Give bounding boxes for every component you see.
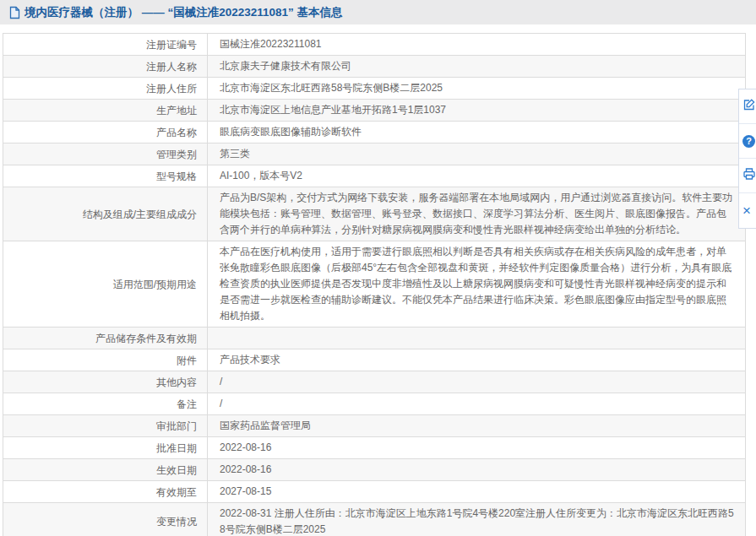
row-value: 产品为B/S架构，交付方式为网络下载安装，服务器端部署在本地局域网内，用户通过浏… [208, 187, 746, 241]
row-value [208, 328, 746, 349]
row-value: 产品技术要求 [208, 349, 746, 371]
row-value: AI-100，版本号V2 [208, 165, 746, 187]
row-value: / [208, 371, 746, 393]
row-value: 北京康夫子健康技术有限公司 [208, 56, 746, 78]
floating-toolbar: ? × [738, 89, 756, 229]
row-value: 2022-08-31 注册人住所由：北京市海淀区上地东路1号院4号楼220室注册… [208, 503, 746, 536]
row-label: 管理类别 [3, 143, 208, 165]
table-row: 注册证编号国械注准20223211081 [3, 34, 746, 56]
row-value: 2022-08-16 [208, 437, 746, 459]
row-label: 备注 [3, 393, 208, 415]
row-label: 其他内容 [3, 371, 208, 393]
registration-info-table-wrap: 注册证编号国械注准20223211081 注册人名称北京康夫子健康技术有限公司 … [3, 33, 753, 536]
row-label: 附件 [3, 349, 208, 371]
row-label: 注册证编号 [3, 34, 208, 56]
help-icon: ? [742, 135, 755, 148]
table-row: 备注/ [3, 393, 746, 415]
edit-icon [742, 98, 756, 115]
row-value: 本产品在医疗机构使用，适用于需要进行眼底照相以判断是否具有相关疾病或存在相关疾病… [208, 241, 746, 328]
table-row: 变更情况2022-08-31 注册人住所由：北京市海淀区上地东路1号院4号楼22… [3, 503, 746, 536]
row-label: 批准日期 [3, 437, 208, 459]
table-row: 生效日期2022-08-16 [3, 459, 746, 481]
table-row: 管理类别第三类 [3, 143, 746, 165]
close-icon: × [742, 204, 751, 217]
edit-button[interactable] [739, 89, 756, 124]
row-label: 审批部门 [3, 415, 208, 437]
row-value: 北京市海淀区东北旺西路58号院东侧B楼二层2025 [208, 78, 746, 100]
page-title: 境内医疗器械（注册） —— “国械注准20223211081” 基本信息 [24, 5, 343, 20]
print-icon [742, 167, 756, 184]
table-row: 产品储存条件及有效期 [3, 328, 746, 349]
row-label: 型号规格 [3, 165, 208, 187]
row-label: 注册人名称 [3, 56, 208, 78]
row-value: 2027-08-15 [208, 481, 746, 503]
table-row: 产品名称眼底病变眼底图像辅助诊断软件 [3, 122, 746, 143]
table-row: 适用范围/预期用途本产品在医疗机构使用，适用于需要进行眼底照相以判断是否具有相关… [3, 241, 746, 328]
row-value: 2022-08-16 [208, 459, 746, 481]
row-value: / [208, 393, 746, 415]
row-label: 结构及组成/主要组成成分 [3, 187, 208, 241]
page-header-bar: 境内医疗器械（注册） —— “国械注准20223211081” 基本信息 [0, 0, 756, 24]
document-icon [8, 6, 20, 19]
row-value: 北京市海淀区上地信息产业基地开拓路1号1层1037 [208, 100, 746, 122]
help-button[interactable]: ? [739, 124, 756, 159]
table-row: 结构及组成/主要组成成分产品为B/S架构，交付方式为网络下载安装，服务器端部署在… [3, 187, 746, 241]
table-row: 附件产品技术要求 [3, 349, 746, 371]
table-row: 其他内容/ [3, 371, 746, 393]
table-row: 审批部门国家药品监督管理局 [3, 415, 746, 437]
row-label: 生产地址 [3, 100, 208, 122]
table-row: 批准日期2022-08-16 [3, 437, 746, 459]
print-button[interactable] [739, 159, 756, 193]
row-label: 适用范围/预期用途 [3, 241, 208, 328]
row-value: 国械注准20223211081 [208, 34, 746, 56]
table-row: 生产地址北京市海淀区上地信息产业基地开拓路1号1层1037 [3, 100, 746, 122]
table-row: 型号规格AI-100，版本号V2 [3, 165, 746, 187]
table-row: 注册人住所北京市海淀区东北旺西路58号院东侧B楼二层2025 [3, 78, 746, 100]
row-value: 国家药品监督管理局 [208, 415, 746, 437]
row-label: 生效日期 [3, 459, 208, 481]
row-label: 有效期至 [3, 481, 208, 503]
table-row: 注册人名称北京康夫子健康技术有限公司 [3, 56, 746, 78]
row-value: 眼底病变眼底图像辅助诊断软件 [208, 122, 746, 143]
row-label: 变更情况 [3, 503, 208, 536]
row-label: 产品名称 [3, 122, 208, 143]
registration-info-table: 注册证编号国械注准20223211081 注册人名称北京康夫子健康技术有限公司 … [3, 33, 746, 536]
row-label: 注册人住所 [3, 78, 208, 100]
table-row: 有效期至2027-08-15 [3, 481, 746, 503]
close-button[interactable]: × [739, 193, 756, 228]
row-label: 产品储存条件及有效期 [3, 328, 208, 349]
row-value: 第三类 [208, 143, 746, 165]
